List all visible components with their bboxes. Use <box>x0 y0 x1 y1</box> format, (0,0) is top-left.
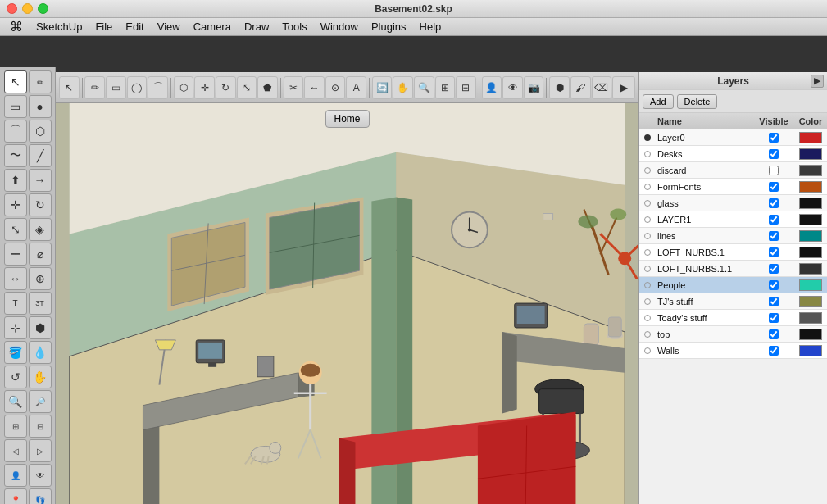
line-tool[interactable]: ╱ <box>29 144 52 167</box>
dimension-btn[interactable]: ↔ <box>304 76 325 99</box>
layer-row[interactable]: lines <box>639 228 827 244</box>
layer-visibility-checkbox[interactable] <box>753 133 794 143</box>
menu-sketchup[interactable]: SketchUp <box>30 19 89 34</box>
layer-row[interactable]: LOFT_NURBS.1 <box>639 244 827 261</box>
axes-tool[interactable]: ⊹ <box>4 316 27 339</box>
layer-visibility-checkbox[interactable] <box>753 297 794 306</box>
layer-visibility-checkbox[interactable] <box>753 247 794 257</box>
layer-color-swatch[interactable] <box>794 329 827 340</box>
layer-visibility-checkbox[interactable] <box>753 149 794 159</box>
offset-btn[interactable]: ⬟ <box>257 76 278 99</box>
dimension-tool[interactable]: ↔ <box>4 267 27 290</box>
eraser-tool[interactable]: ✏ <box>29 70 52 93</box>
push-pull-btn[interactable]: ⬡ <box>174 76 194 99</box>
layer-row[interactable]: LOFT_NURBS.1.1 <box>639 261 827 277</box>
layer-row[interactable]: TJ's stuff <box>639 293 827 310</box>
scale-tool[interactable]: ⤡ <box>4 218 27 241</box>
layers-expand-button[interactable]: ▶ <box>811 75 824 88</box>
tape-btn[interactable]: ✂ <box>284 76 304 99</box>
angle-tool[interactable]: ⌀ <box>29 243 52 266</box>
menu-view[interactable]: View <box>151 19 187 34</box>
menu-edit[interactable]: Edit <box>119 19 150 34</box>
text-btn[interactable]: A <box>346 76 366 99</box>
scale-btn[interactable]: ⤡ <box>237 76 257 99</box>
menu-window[interactable]: Window <box>314 19 365 34</box>
layer-row[interactable]: Walls <box>639 343 827 359</box>
more-tools-btn[interactable]: ▶ <box>612 76 635 99</box>
zoom-in-tool[interactable]: 🔍 <box>4 390 27 413</box>
walk-btn[interactable]: 👤 <box>482 76 502 99</box>
layer-color-swatch[interactable] <box>794 198 827 209</box>
layer-color-swatch[interactable] <box>794 165 827 176</box>
orbit-btn[interactable]: 🔄 <box>372 76 393 99</box>
layer-visibility-checkbox[interactable] <box>753 215 794 225</box>
orbit-tool[interactable]: ↺ <box>4 366 27 388</box>
protractor-btn[interactable]: ⊙ <box>325 76 346 99</box>
layer-visibility-checkbox[interactable] <box>753 313 794 323</box>
menu-tools[interactable]: Tools <box>275 19 313 34</box>
circle-tool-btn[interactable]: ◯ <box>127 76 148 99</box>
layer-color-swatch[interactable] <box>794 263 827 275</box>
paint-tool[interactable]: 🪣 <box>4 341 27 364</box>
layer-visibility-checkbox[interactable] <box>753 264 794 274</box>
position-cam-tool[interactable]: 📍 <box>4 488 27 504</box>
layer-color-swatch[interactable] <box>794 279 827 291</box>
look-btn[interactable]: 👁 <box>502 76 523 99</box>
arc-tool[interactable]: ⌒ <box>4 120 27 143</box>
layer-visibility-checkbox[interactable] <box>753 280 794 290</box>
rect-tool-btn[interactable]: ▭ <box>106 76 126 99</box>
layer-row[interactable]: Desks <box>639 146 827 162</box>
sample-tool[interactable]: 💧 <box>29 341 52 364</box>
text-tool[interactable]: T <box>4 292 27 315</box>
rotate-btn[interactable]: ↻ <box>216 76 236 99</box>
layer-color-swatch[interactable] <box>794 148 827 160</box>
circle-tool[interactable]: ● <box>29 95 52 118</box>
layer-color-swatch[interactable] <box>794 247 827 258</box>
layer-visibility-checkbox[interactable] <box>753 166 794 175</box>
follow-me-tool[interactable]: → <box>29 169 52 192</box>
layer-row[interactable]: glass <box>639 195 827 211</box>
offset-tool[interactable]: ◈ <box>29 218 52 241</box>
move-btn[interactable]: ✛ <box>194 76 215 99</box>
polygon-tool[interactable]: ⬡ <box>29 120 52 143</box>
position-camera-btn[interactable]: 📷 <box>524 76 544 99</box>
walk-tool[interactable]: 👤 <box>4 464 27 487</box>
layer-row[interactable]: FormFonts <box>639 179 827 195</box>
menu-plugins[interactable]: Plugins <box>365 19 413 34</box>
zoom-window-btn[interactable]: ⊞ <box>435 76 456 99</box>
layer-color-swatch[interactable] <box>794 230 827 242</box>
foot-tool[interactable]: 👣 <box>29 488 52 504</box>
viewport[interactable]: Home <box>56 103 638 504</box>
add-layer-button[interactable]: Add <box>643 94 674 109</box>
look-around-tool[interactable]: 👁 <box>29 464 52 487</box>
arc-tool-btn[interactable]: ⌒ <box>148 76 168 99</box>
move-tool[interactable]: ✛ <box>4 193 27 216</box>
layer-visibility-checkbox[interactable] <box>753 329 794 339</box>
paint-btn[interactable]: 🖌 <box>570 76 591 99</box>
section-tool[interactable]: ⊕ <box>29 267 52 290</box>
rect-tool[interactable]: ▭ <box>4 95 27 118</box>
components-btn[interactable]: ⬢ <box>549 76 570 99</box>
layer-row[interactable]: top <box>639 326 827 343</box>
layer-color-swatch[interactable] <box>794 345 827 356</box>
apple-menu[interactable]: ⌘ <box>3 19 30 34</box>
layer-row[interactable]: People <box>639 277 827 293</box>
menu-camera[interactable]: Camera <box>187 19 238 34</box>
menu-file[interactable]: File <box>89 19 119 34</box>
delete-layer-button[interactable]: Delete <box>677 94 718 109</box>
layer-visibility-checkbox[interactable] <box>753 198 794 208</box>
close-button[interactable] <box>7 3 17 14</box>
zoom-extents-btn[interactable]: ⊟ <box>456 76 476 99</box>
zoom-window-tool[interactable]: ⊞ <box>4 415 27 438</box>
zoom-extents-tool[interactable]: ⊟ <box>29 415 52 438</box>
home-button[interactable]: Home <box>325 110 369 128</box>
next-view-tool[interactable]: ▷ <box>29 439 52 462</box>
layer-row[interactable]: LAYER1 <box>639 211 827 228</box>
component-tool[interactable]: ⬢ <box>29 316 52 339</box>
layer-row[interactable]: Toady's stuff <box>639 310 827 326</box>
eraser-btn[interactable]: ⌫ <box>592 76 612 99</box>
select-tool[interactable]: ↖ <box>4 70 27 93</box>
layer-visibility-checkbox[interactable] <box>753 346 794 356</box>
3dtext-tool[interactable]: 3T <box>29 292 52 315</box>
pencil-tool-btn[interactable]: ✏ <box>84 76 105 99</box>
